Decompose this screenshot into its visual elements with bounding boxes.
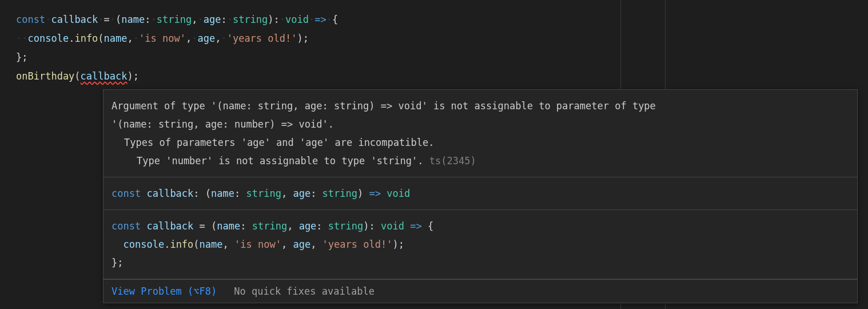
definition-line: const callback = (name: string, age: str… (112, 217, 849, 235)
punctuation: ; (133, 70, 139, 82)
no-quick-fixes-label: No quick fixes available (234, 286, 375, 297)
space (404, 220, 410, 232)
punctuation: , (192, 14, 197, 25)
indent (112, 239, 123, 250)
whitespace-dot: · (280, 14, 285, 25)
param-age: age (299, 220, 317, 232)
method-info: info (74, 33, 98, 44)
punctuation: ) (363, 220, 369, 232)
keyword-const: const (112, 220, 141, 232)
punctuation: : (316, 220, 328, 232)
type-string: string (328, 220, 363, 232)
variable-callback: callback (146, 188, 193, 199)
error-argument[interactable]: callback (81, 70, 128, 82)
punctuation: ) (357, 188, 363, 199)
punctuation: { (428, 220, 433, 232)
whitespace-dot: · (16, 33, 22, 44)
error-text: Type 'number' is not assignable to type … (137, 155, 424, 167)
punctuation: }; (16, 52, 27, 63)
variable-callback: callback (51, 14, 98, 25)
method-info: info (170, 239, 193, 250)
arrow-fn: => (410, 220, 421, 232)
whitespace-dot: · (327, 14, 332, 25)
operator-equals: = (104, 14, 110, 25)
code-line[interactable]: onBirthday(callback); (16, 67, 868, 86)
error-text: Argument of type '(name: string, age: st… (112, 100, 656, 112)
whitespace-dot: · (192, 33, 197, 44)
param-name: name (121, 14, 145, 25)
type-string: string (233, 14, 268, 25)
code-line[interactable]: ··console.info(name,·'is now',·age,·'yea… (16, 29, 868, 48)
type-string: string (252, 220, 287, 232)
type-string: string (157, 14, 192, 25)
code-line[interactable]: }; (16, 48, 868, 67)
console-object: console (123, 239, 164, 250)
whitespace-dot: · (197, 14, 203, 25)
param-name: name (217, 220, 240, 232)
code-editor[interactable]: const·callback·=·(name:·string,·age:·str… (0, 0, 868, 86)
code-line[interactable]: const·callback·=·(name:·string,·age:·str… (16, 10, 868, 29)
string-literal: 'is now' (139, 33, 186, 44)
punctuation: : (221, 14, 226, 25)
whitespace-dot: · (22, 33, 27, 44)
param-name: name (211, 188, 234, 199)
arg-name: name (200, 239, 223, 250)
string-literal: 'is now' (234, 239, 281, 250)
punctuation: ( (205, 188, 211, 199)
punctuation: ; (303, 33, 309, 44)
error-text: '(name: string, age: number) => void'. (112, 118, 334, 130)
console-object: console (28, 33, 69, 44)
punctuation: . (69, 33, 74, 44)
arg-name: name (104, 33, 128, 44)
punctuation: ( (116, 14, 121, 25)
whitespace-dot: · (133, 33, 139, 44)
param-age: age (293, 188, 310, 199)
whitespace-dot: · (110, 14, 116, 25)
space (141, 188, 146, 199)
param-age: age (204, 14, 221, 25)
punctuation: , (215, 33, 221, 44)
punctuation: , (310, 239, 322, 250)
space (422, 220, 428, 232)
signature-section: const callback: (name: string, age: stri… (103, 177, 857, 210)
punctuation: , (223, 239, 234, 250)
view-problem-link[interactable]: View Problem (⌥F8) (112, 286, 217, 297)
punctuation: { (332, 14, 338, 25)
definition-line: console.info(name, 'is now', age, 'years… (112, 235, 849, 253)
error-message-section: Argument of type '(name: string, age: st… (103, 90, 857, 177)
punctuation: ) (297, 33, 303, 44)
string-literal: 'years old!' (322, 239, 393, 250)
whitespace-dot: · (227, 14, 233, 25)
punctuation: , (186, 33, 192, 44)
punctuation: , (281, 239, 293, 250)
whitespace-dot: · (45, 14, 51, 25)
punctuation: , (281, 188, 293, 199)
punctuation: ) (392, 239, 398, 250)
arg-age: age (197, 33, 215, 44)
type-void: void (381, 220, 404, 232)
punctuation: ( (211, 220, 217, 232)
punctuation: : (369, 220, 381, 232)
string-literal: 'years old!' (227, 33, 297, 44)
definition-section: const callback = (name: string, age: str… (103, 210, 857, 279)
type-string: string (246, 188, 281, 199)
punctuation: ) (268, 14, 273, 25)
keyword-const: const (112, 188, 141, 199)
punctuation: : (240, 220, 252, 232)
arg-age: age (293, 239, 310, 250)
punctuation: : (234, 188, 246, 199)
punctuation: : (310, 188, 322, 199)
whitespace-dot: · (151, 14, 157, 25)
punctuation: , (287, 220, 298, 232)
definition-line: }; (112, 253, 849, 272)
hover-tooltip[interactable]: Argument of type '(name: string, age: st… (103, 89, 858, 303)
arrow-fn: => (314, 14, 326, 25)
error-text: Types of parameters 'age' and 'age' are … (112, 133, 849, 152)
type-void: void (387, 188, 410, 199)
operator-equals: = (193, 220, 211, 232)
punctuation: ( (193, 239, 199, 250)
arrow-fn: => (363, 188, 387, 199)
punctuation: : (193, 188, 205, 199)
type-void: void (285, 14, 309, 25)
function-call: onBirthday (16, 70, 74, 82)
